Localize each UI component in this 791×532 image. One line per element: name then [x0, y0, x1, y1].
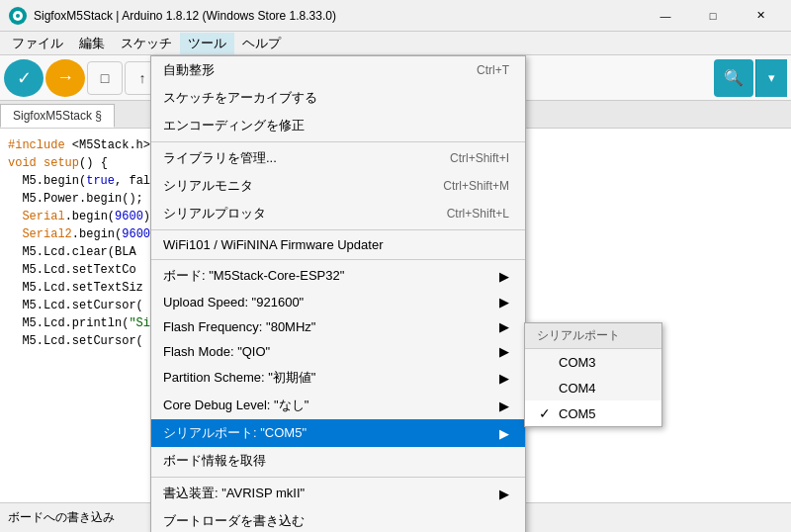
menu-item-wifi-updater[interactable]: WiFi101 / WiFiNINA Firmware Updater: [151, 232, 525, 257]
submenu-com3[interactable]: COM3: [525, 349, 661, 375]
menu-item-manage-libraries[interactable]: ライブラリを管理... Ctrl+Shift+I: [151, 144, 525, 172]
menu-item-flash-mode[interactable]: Flash Mode: "QIO" ▶: [151, 339, 525, 364]
menu-tools[interactable]: ツール: [180, 33, 234, 54]
title-bar: SigfoxM5Stack | Arduino 1.8.12 (Windows …: [0, 0, 791, 32]
tab-sigfoxm5stack[interactable]: SigfoxM5Stack §: [0, 104, 115, 128]
divider-1: [151, 141, 525, 142]
menu-item-board[interactable]: ボード: "M5Stack-Core-ESP32" ▶: [151, 262, 525, 290]
serial-port-submenu[interactable]: シリアルポート COM3 COM4 ✓ COM5: [524, 322, 662, 427]
menu-item-debug-level[interactable]: Core Debug Level: "なし" ▶: [151, 392, 525, 419]
divider-2: [151, 229, 525, 230]
menu-item-auto-format[interactable]: 自動整形 Ctrl+T: [151, 56, 525, 84]
title-text: SigfoxM5Stack | Arduino 1.8.12 (Windows …: [34, 9, 643, 23]
menu-item-serial-plotter[interactable]: シリアルプロッタ Ctrl+Shift+L: [151, 200, 525, 227]
menu-item-upload-speed[interactable]: Upload Speed: "921600" ▶: [151, 290, 525, 314]
divider-4: [151, 477, 525, 478]
window-controls: — □ ✕: [643, 0, 783, 32]
menu-item-serial-monitor[interactable]: シリアルモニタ Ctrl+Shift+M: [151, 172, 525, 200]
menu-item-board-info[interactable]: ボード情報を取得: [151, 447, 525, 475]
menu-item-programmer[interactable]: 書込装置: "AVRISP mkII" ▶: [151, 480, 525, 507]
search-button[interactable]: 🔍: [714, 59, 753, 97]
board-dropdown-button[interactable]: ▾: [755, 59, 787, 97]
menu-help[interactable]: ヘルプ: [234, 33, 289, 54]
menu-sketch[interactable]: スケッチ: [113, 33, 180, 54]
menu-item-burn-bootloader[interactable]: ブートローダを書き込む: [151, 507, 525, 532]
submenu-header: シリアルポート: [525, 323, 661, 349]
status-text: ボードへの書き込み: [8, 509, 115, 526]
close-button[interactable]: ✕: [738, 0, 783, 32]
app-logo-icon: [8, 6, 28, 26]
menu-item-flash-freq[interactable]: Flash Frequency: "80MHz" ▶: [151, 314, 525, 339]
divider-3: [151, 259, 525, 260]
submenu-com5[interactable]: ✓ COM5: [525, 400, 661, 426]
verify-button[interactable]: ✓: [4, 59, 44, 97]
tools-dropdown-menu[interactable]: 自動整形 Ctrl+T スケッチをアーカイブする エンコーディングを修正 ライブ…: [150, 55, 526, 532]
upload-button[interactable]: →: [45, 59, 85, 97]
menu-edit[interactable]: 編集: [71, 33, 113, 54]
menu-bar: ファイル 編集 スケッチ ツール ヘルプ: [0, 32, 791, 55]
menu-file[interactable]: ファイル: [4, 33, 71, 54]
menu-item-fix-encoding[interactable]: エンコーディングを修正: [151, 112, 525, 139]
menu-item-archive-sketch[interactable]: スケッチをアーカイブする: [151, 84, 525, 112]
new-button[interactable]: □: [87, 61, 123, 95]
svg-point-2: [16, 14, 20, 18]
menu-item-serial-port[interactable]: シリアルポート: "COM5" ▶: [151, 419, 525, 447]
submenu-com4[interactable]: COM4: [525, 375, 661, 400]
maximize-button[interactable]: □: [690, 0, 736, 32]
menu-item-partition[interactable]: Partition Scheme: "初期値" ▶: [151, 364, 525, 392]
minimize-button[interactable]: —: [643, 0, 688, 32]
